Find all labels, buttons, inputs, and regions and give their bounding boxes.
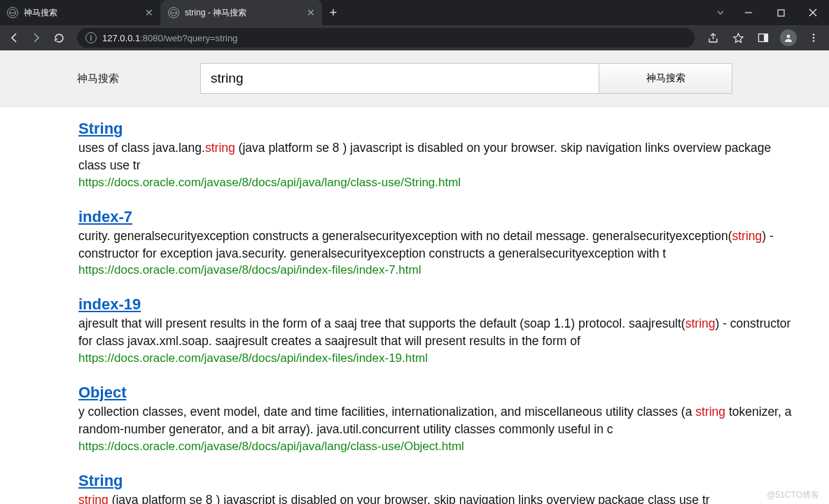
- back-button[interactable]: [4, 28, 24, 48]
- svg-point-7: [813, 34, 815, 36]
- window-maximize-button[interactable]: [765, 0, 797, 25]
- search-result: index-7curity. generalsecurityexception …: [78, 208, 793, 278]
- browser-tab-active[interactable]: string - 神马搜索 ✕: [161, 0, 322, 25]
- svg-rect-5: [764, 34, 768, 42]
- search-button[interactable]: 神马搜索: [599, 63, 732, 94]
- result-title-link[interactable]: index-7: [78, 208, 132, 226]
- results-list: Stringuses of class java.lang.string (ja…: [0, 107, 812, 504]
- result-description: uses of class java.lang.string (java pla…: [78, 139, 793, 174]
- brand-label: 神马搜索: [77, 72, 200, 85]
- result-title-link[interactable]: String: [78, 472, 123, 490]
- share-icon[interactable]: [702, 28, 724, 48]
- reload-button[interactable]: [49, 28, 69, 48]
- browser-tab[interactable]: 神马搜索 ✕: [0, 0, 161, 25]
- result-url: https://docs.oracle.com/javase/8/docs/ap…: [78, 440, 793, 454]
- search-result: index-19ajresult that will present resul…: [78, 295, 793, 365]
- address-bar[interactable]: i 127.0.0.1:8080/web?query=string: [77, 28, 695, 48]
- result-description: ajresult that will present results in th…: [78, 315, 793, 350]
- window-close-button[interactable]: [797, 0, 829, 25]
- forward-button[interactable]: [27, 28, 46, 48]
- result-url: https://docs.oracle.com/javase/8/docs/ap…: [78, 176, 793, 190]
- watermark: @51CTO博客: [767, 489, 819, 501]
- bookmark-icon[interactable]: [727, 28, 749, 48]
- browser-titlebar: 神马搜索 ✕ string - 神马搜索 ✕ +: [0, 0, 829, 25]
- window-minimize-button[interactable]: [732, 0, 765, 25]
- panel-icon[interactable]: [752, 28, 774, 48]
- browser-toolbar: i 127.0.0.1:8080/web?query=string: [0, 25, 829, 50]
- page-content[interactable]: 神马搜索 神马搜索 Stringuses of class java.lang.…: [0, 50, 829, 504]
- search-result: Objecty collection classes, event model,…: [78, 384, 793, 454]
- globe-icon: [7, 7, 18, 18]
- close-icon[interactable]: ✕: [145, 7, 153, 18]
- result-description: curity. generalsecurityexception constru…: [78, 227, 793, 262]
- globe-icon: [168, 7, 179, 18]
- tab-title: 神马搜索: [24, 7, 139, 19]
- search-result: Stringstring (java platform se 8 ) javas…: [78, 472, 793, 504]
- result-url: https://docs.oracle.com/javase/8/docs/ap…: [78, 351, 793, 365]
- result-description: string (java platform se 8 ) javascript …: [78, 491, 793, 504]
- svg-point-8: [813, 37, 815, 39]
- result-title-link[interactable]: Object: [78, 384, 126, 402]
- search-result: Stringuses of class java.lang.string (ja…: [78, 120, 793, 190]
- result-title-link[interactable]: index-19: [78, 295, 141, 314]
- search-header: 神马搜索 神马搜索: [0, 50, 829, 107]
- site-info-icon[interactable]: i: [85, 32, 97, 43]
- search-input[interactable]: [200, 63, 599, 94]
- result-url: https://docs.oracle.com/javase/8/docs/ap…: [78, 263, 793, 277]
- url-text: 127.0.0.1:8080/web?query=string: [102, 33, 686, 43]
- svg-point-6: [787, 35, 790, 38]
- menu-button[interactable]: [802, 28, 825, 48]
- profile-button[interactable]: [777, 28, 800, 48]
- svg-point-9: [813, 40, 815, 42]
- new-tab-button[interactable]: +: [322, 0, 344, 25]
- close-icon[interactable]: ✕: [307, 7, 315, 18]
- tab-overflow-icon[interactable]: [709, 0, 732, 25]
- svg-rect-1: [778, 10, 784, 16]
- tab-title: string - 神马搜索: [185, 7, 301, 19]
- result-description: y collection classes, event model, date …: [78, 403, 793, 438]
- result-title-link[interactable]: String: [78, 120, 123, 138]
